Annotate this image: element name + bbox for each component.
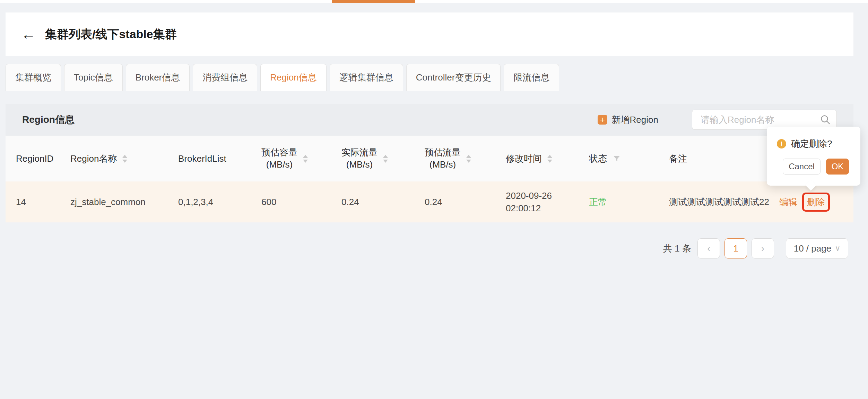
warning-icon: ! xyxy=(777,139,786,148)
chevron-right-icon: › xyxy=(761,243,764,254)
cell-actions: 编辑 删除 xyxy=(779,193,853,212)
status-badge: 正常 xyxy=(589,196,669,208)
sort-icon[interactable] xyxy=(122,155,127,163)
tab-throttle-info[interactable]: 限流信息 xyxy=(504,64,559,91)
col-remark: 备注 xyxy=(669,153,779,165)
region-table: RegionID Region名称 BrokerIdList 预估容量 (MB/… xyxy=(6,136,853,222)
add-region-button[interactable]: + 新增Region xyxy=(598,114,658,126)
cell-estimated-traffic: 0.24 xyxy=(425,197,506,207)
cell-estimated-capacity: 600 xyxy=(261,197,341,207)
col-status: 状态 xyxy=(589,153,669,165)
back-button[interactable]: ← xyxy=(21,25,36,43)
cell-remark: 测试测试测试测试测试22 xyxy=(669,196,779,208)
tab-logical-cluster-info[interactable]: 逻辑集群信息 xyxy=(330,64,403,91)
page-title: 集群列表/线下stable集群 xyxy=(45,26,177,42)
arrow-left-icon: ← xyxy=(21,26,36,43)
tab-cluster-overview[interactable]: 集群概览 xyxy=(6,64,61,91)
col-actual-traffic: 实际流量 (MB/s) xyxy=(341,146,425,171)
panel-title: Region信息 xyxy=(22,113,75,126)
delete-link[interactable]: 删除 xyxy=(807,197,825,207)
col-broker-id-list: BrokerIdList xyxy=(178,153,261,164)
prev-page-button[interactable]: ‹ xyxy=(697,238,720,258)
tab-bar: 集群概览 Topic信息 Broker信息 消费组信息 Region信息 逻辑集… xyxy=(6,64,853,91)
tab-region-info[interactable]: Region信息 xyxy=(260,64,326,91)
col-estimated-capacity: 预估容量 (MB/s) xyxy=(261,146,341,171)
col-modified-time: 修改时间 xyxy=(506,153,589,165)
cell-modified-time: 2020-09-26 02:00:12 xyxy=(506,189,589,214)
tab-broker-info[interactable]: Broker信息 xyxy=(126,64,190,91)
next-page-button[interactable]: › xyxy=(752,238,774,258)
edit-link[interactable]: 编辑 xyxy=(779,196,797,208)
sort-icon[interactable] xyxy=(547,155,552,163)
tab-controller-change-history[interactable]: Controller变更历史 xyxy=(406,64,501,91)
add-region-label: 新增Region xyxy=(612,114,658,126)
col-region-id: RegionID xyxy=(16,153,70,164)
plus-icon: + xyxy=(598,115,607,125)
page-1-button[interactable]: 1 xyxy=(724,238,747,258)
filter-icon[interactable] xyxy=(613,154,621,163)
col-estimated-traffic: 预估流量 (MB/s) xyxy=(425,146,506,171)
sort-icon[interactable] xyxy=(383,155,388,163)
search-icon[interactable] xyxy=(820,114,831,126)
cell-broker-id-list: 0,1,2,3,4 xyxy=(178,197,261,207)
sort-icon[interactable] xyxy=(466,155,471,163)
chevron-left-icon: ‹ xyxy=(707,243,710,254)
table-header-row: RegionID Region名称 BrokerIdList 预估容量 (MB/… xyxy=(6,136,853,181)
sort-icon[interactable] xyxy=(303,155,308,163)
cell-actual-traffic: 0.24 xyxy=(341,197,425,207)
chevron-down-icon: ∨ xyxy=(835,244,840,253)
tab-topic-info[interactable]: Topic信息 xyxy=(64,64,123,91)
delete-confirm-popover: ! 确定删除? Cancel OK xyxy=(767,127,860,186)
popover-message: 确定删除? xyxy=(791,138,832,150)
col-region-name: Region名称 xyxy=(70,153,178,165)
cancel-button[interactable]: Cancel xyxy=(783,159,821,175)
top-tab-indicator xyxy=(332,0,415,3)
annotation-highlight: 删除 xyxy=(802,193,830,212)
ok-button[interactable]: OK xyxy=(826,159,849,175)
pagination: 共 1 条 ‹ 1 › 10 / page ∨ xyxy=(6,238,848,258)
panel-header: Region信息 + 新增Region xyxy=(6,104,853,136)
cell-region-id: 14 xyxy=(16,197,70,207)
cell-region-name: zj_stable_common xyxy=(70,197,178,207)
table-row: 14 zj_stable_common 0,1,2,3,4 600 0.24 0… xyxy=(6,181,853,222)
top-strip xyxy=(0,0,868,3)
pagination-total: 共 1 条 xyxy=(663,243,691,255)
page-size-select[interactable]: 10 / page ∨ xyxy=(786,238,848,258)
page-header: ← 集群列表/线下stable集群 xyxy=(6,12,853,56)
tab-consumer-group-info[interactable]: 消费组信息 xyxy=(193,64,257,91)
